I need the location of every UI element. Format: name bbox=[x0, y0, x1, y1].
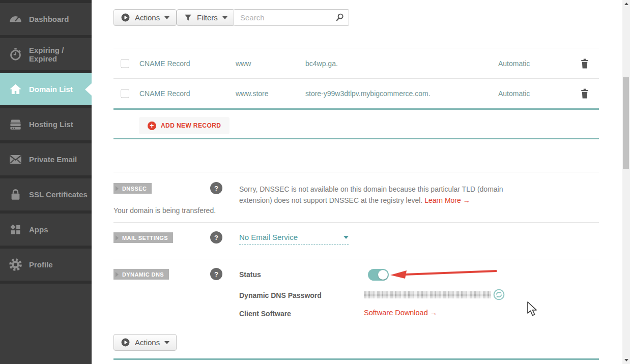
filters-button-label: Filters bbox=[197, 13, 218, 22]
actions-button-bottom[interactable]: Actions bbox=[113, 334, 177, 351]
search-icon[interactable] bbox=[335, 13, 345, 24]
sidebar-item-dashboard[interactable]: Dashboard bbox=[0, 0, 92, 35]
sidebar-item-label: Domain List bbox=[29, 85, 73, 94]
sidebar-item-label: Private Email bbox=[29, 155, 77, 164]
scrollbar-thumb[interactable] bbox=[623, 77, 629, 169]
question-glyph: ? bbox=[214, 270, 218, 278]
client-software-label: Client Software bbox=[239, 310, 291, 318]
record-type: CNAME Record bbox=[139, 59, 190, 68]
mouse-cursor bbox=[526, 301, 539, 319]
ddns-password-label: Dynamic DNS Password bbox=[239, 291, 322, 299]
play-circle-icon bbox=[121, 13, 130, 22]
record-value: bc4wp.ga. bbox=[305, 59, 338, 68]
sidebar-item-expiring[interactable]: Expiring / Expired bbox=[0, 35, 92, 70]
scrollbar-up-button[interactable] bbox=[622, 0, 630, 8]
server-icon bbox=[9, 117, 22, 131]
sidebar-item-label: Apps bbox=[29, 225, 48, 234]
section-divider-teal bbox=[113, 358, 599, 360]
email-service-dropdown[interactable]: No Email Service bbox=[239, 233, 349, 245]
trash-icon[interactable] bbox=[580, 58, 589, 69]
add-record-bar: + ADD NEW RECORD bbox=[113, 111, 599, 139]
record-type: CNAME Record bbox=[139, 89, 190, 98]
dynamic-dns-toggle[interactable] bbox=[368, 269, 389, 281]
sidebar-divider bbox=[0, 281, 92, 284]
sidebar: Dashboard Expiring / Expired Domain List… bbox=[0, 0, 92, 364]
record-host: www bbox=[236, 59, 251, 68]
caret-down-icon bbox=[222, 16, 227, 19]
lock-icon bbox=[9, 188, 22, 201]
software-download-link[interactable]: Software Download → bbox=[364, 309, 437, 317]
search-input[interactable] bbox=[234, 9, 349, 26]
sidebar-item-label: Profile bbox=[29, 260, 53, 269]
triangle-up-icon bbox=[624, 3, 628, 5]
question-icon[interactable]: ? bbox=[210, 182, 222, 194]
sidebar-item-apps[interactable]: Apps bbox=[0, 210, 92, 246]
record-ttl: Automatic bbox=[498, 59, 530, 68]
trash-icon[interactable] bbox=[580, 88, 589, 99]
sidebar-item-profile[interactable]: Profile bbox=[0, 246, 92, 281]
email-service-selected: No Email Service bbox=[239, 233, 298, 241]
dnssec-badge: DNSSEC bbox=[113, 183, 152, 194]
mail-settings-badge-label: MAIL SETTINGS bbox=[122, 235, 168, 241]
caret-down-icon bbox=[343, 236, 349, 239]
triangle-down-icon bbox=[624, 359, 628, 361]
sidebar-item-label: Hosting List bbox=[29, 120, 73, 129]
row-checkbox[interactable] bbox=[121, 89, 129, 98]
actions-button-label: Actions bbox=[135, 338, 160, 347]
actions-button[interactable]: Actions bbox=[113, 9, 177, 26]
dnssec-badge-label: DNSSEC bbox=[122, 186, 147, 192]
actions-button-label: Actions bbox=[135, 13, 160, 22]
sidebar-item-label: Expiring / Expired bbox=[29, 46, 92, 63]
sidebar-item-private-email[interactable]: Private Email bbox=[0, 140, 92, 175]
record-host: www.store bbox=[236, 89, 269, 98]
section-divider bbox=[113, 222, 599, 223]
question-icon[interactable]: ? bbox=[210, 268, 222, 280]
question-icon[interactable]: ? bbox=[210, 231, 222, 244]
scrollbar-down-button[interactable] bbox=[622, 356, 630, 364]
dns-records-table: CNAME Record www bc4wp.ga. Automatic CNA… bbox=[113, 48, 599, 110]
plus-circle-icon: + bbox=[148, 122, 156, 130]
toggle-knob bbox=[378, 270, 388, 280]
gear-icon bbox=[9, 258, 22, 271]
annotation-arrow bbox=[389, 268, 498, 281]
add-new-record-label: ADD NEW RECORD bbox=[161, 122, 221, 129]
caret-down-icon bbox=[164, 16, 169, 19]
play-circle-icon bbox=[121, 338, 130, 347]
row-checkbox[interactable] bbox=[121, 59, 129, 68]
scrollbar-track[interactable] bbox=[622, 0, 630, 364]
question-glyph: ? bbox=[214, 234, 218, 241]
record-value: store-y99w3dtlpv.mybigcommerce.com. bbox=[305, 89, 431, 98]
ddns-password-masked-value bbox=[364, 291, 491, 298]
search-box bbox=[234, 9, 349, 26]
sidebar-item-ssl-certificates[interactable]: SSL Certificates bbox=[0, 175, 92, 210]
question-glyph: ? bbox=[214, 185, 218, 192]
filters-button[interactable]: Filters bbox=[177, 9, 235, 26]
funnel-icon bbox=[184, 13, 192, 22]
table-row: CNAME Record www.store store-y99w3dtlpv.… bbox=[113, 79, 599, 110]
transfer-note: Your domain is being transfered. bbox=[113, 206, 216, 215]
dnssec-message: Sorry, DNSSEC is not available on this d… bbox=[239, 184, 527, 206]
learn-more-link[interactable]: Learn More → bbox=[424, 196, 470, 204]
section-divider bbox=[113, 259, 599, 259]
mail-settings-badge: MAIL SETTINGS bbox=[113, 232, 173, 243]
sidebar-item-domain-list[interactable]: Domain List bbox=[0, 70, 92, 105]
status-label: Status bbox=[239, 270, 261, 279]
sidebar-item-label: SSL Certificates bbox=[29, 190, 88, 199]
gauge-icon bbox=[9, 12, 22, 26]
record-ttl: Automatic bbox=[498, 89, 530, 98]
table-row: CNAME Record www bc4wp.ga. Automatic bbox=[113, 48, 599, 79]
sidebar-item-hosting-list[interactable]: Hosting List bbox=[0, 105, 92, 140]
dynamic-dns-badge-label: DYNAMIC DNS bbox=[122, 271, 164, 278]
stopwatch-icon bbox=[9, 47, 22, 61]
caret-down-icon bbox=[164, 341, 169, 344]
envelope-icon bbox=[9, 153, 22, 166]
refresh-icon[interactable] bbox=[493, 289, 505, 300]
dynamic-dns-badge: DYNAMIC DNS bbox=[113, 269, 169, 280]
sidebar-item-label: Dashboard bbox=[29, 15, 69, 23]
add-new-record-button[interactable]: + ADD NEW RECORD bbox=[139, 117, 230, 134]
section-divider bbox=[113, 172, 599, 172]
apps-grid-icon bbox=[9, 223, 22, 236]
home-icon bbox=[9, 82, 22, 96]
